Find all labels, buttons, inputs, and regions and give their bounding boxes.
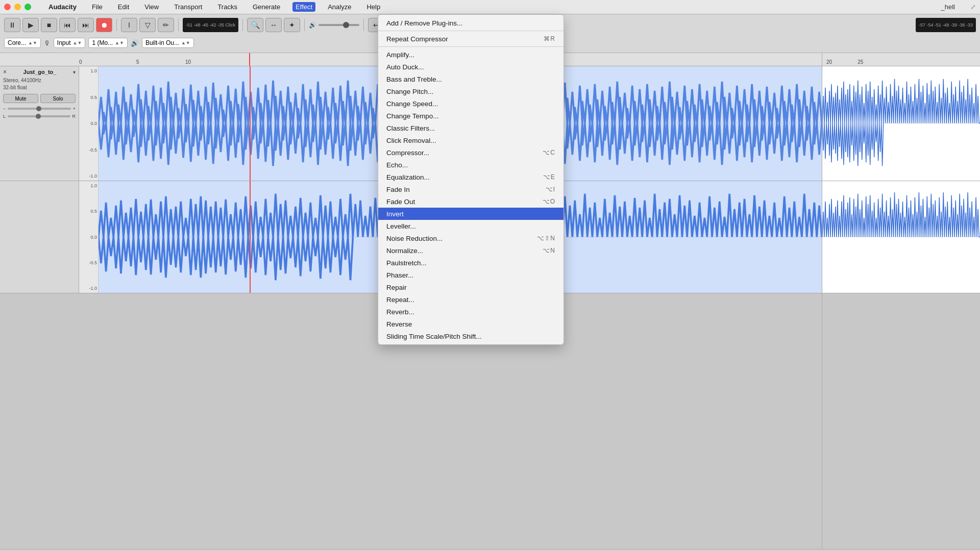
solo-button[interactable]: Solo bbox=[40, 94, 76, 103]
vu-right-label: -57 -54 -51 -48 -39 -36 -33 bbox=[919, 22, 973, 28]
track-2-header bbox=[0, 181, 79, 293]
right-empty-area bbox=[822, 293, 980, 549]
track-1-name: Just_go_to_ bbox=[23, 69, 57, 75]
track-1-info: Stereo, 44100Hz 32-bit float bbox=[3, 77, 76, 91]
effect-sep-1 bbox=[378, 31, 564, 31]
menu-effect[interactable]: Effect bbox=[292, 2, 315, 12]
effect-change-speed[interactable]: Change Speed... bbox=[378, 97, 564, 110]
effect-echo[interactable]: Echo... bbox=[378, 159, 564, 171]
volume-icon: 🔊 bbox=[309, 21, 316, 29]
effect-bass-treble[interactable]: Bass and Treble... bbox=[378, 73, 564, 85]
ruler-mark-0: 0 bbox=[79, 59, 128, 65]
input-device-label: Input bbox=[57, 39, 71, 46]
y-axis-2: 1.0 0.5 0.0 -0.5 -1.0 bbox=[79, 181, 99, 293]
menu-view[interactable]: View bbox=[141, 2, 162, 12]
envelope-tool[interactable]: ▽ bbox=[139, 18, 156, 32]
bottom-bar bbox=[0, 549, 980, 551]
effect-sep-2 bbox=[378, 46, 564, 47]
menu-analyze[interactable]: Analyze bbox=[325, 2, 354, 12]
minimize-button[interactable] bbox=[14, 4, 21, 10]
right-track-2[interactable] bbox=[822, 181, 980, 293]
window-controls bbox=[4, 4, 31, 10]
menu-file[interactable]: File bbox=[89, 2, 106, 12]
effect-paulstretch[interactable]: Paulstretch... bbox=[378, 257, 564, 269]
skip-back-button[interactable]: ⏮ bbox=[59, 18, 76, 32]
play-button[interactable]: ▶ bbox=[22, 18, 39, 32]
multi-tool[interactable]: ✦ bbox=[284, 18, 300, 32]
effect-normalize[interactable]: Normalize... ⌥N bbox=[378, 244, 564, 257]
maximize-button[interactable] bbox=[24, 4, 31, 10]
menu-transport[interactable]: Transport bbox=[171, 2, 205, 12]
pan-row: L R bbox=[3, 114, 76, 119]
pan-slider[interactable] bbox=[8, 115, 70, 117]
fullscreen-icon[interactable]: ⤢ bbox=[970, 3, 976, 11]
output-device-arrow: ▲▼ bbox=[181, 40, 190, 45]
menu-tracks[interactable]: Tracks bbox=[214, 2, 240, 12]
effect-fade-in[interactable]: Fade In ⌥I bbox=[378, 183, 564, 195]
skip-fwd-button[interactable]: ⏭ bbox=[78, 18, 94, 32]
speaker-icon: 🔊 bbox=[131, 39, 139, 47]
cursor-tool[interactable]: I bbox=[121, 18, 137, 32]
effect-repair[interactable]: Repair bbox=[378, 281, 564, 293]
channel-arrow: ▲▼ bbox=[115, 40, 124, 45]
pan-left-label: L bbox=[3, 114, 6, 119]
channel-label: 1 (Mo... bbox=[92, 39, 113, 46]
toolbar-separator-2 bbox=[178, 19, 179, 31]
effect-compressor[interactable]: Compressor... ⌥C bbox=[378, 146, 564, 159]
gain-plus-icon: + bbox=[73, 106, 76, 111]
effect-auto-duck[interactable]: Auto Duck... bbox=[378, 61, 564, 73]
gain-slider[interactable] bbox=[8, 108, 70, 110]
effect-reverb[interactable]: Reverb... bbox=[378, 306, 564, 318]
audio-host-arrow: ▲▼ bbox=[28, 40, 37, 45]
mute-solo-row: Mute Solo bbox=[3, 94, 76, 103]
effect-sliding-time[interactable]: Sliding Time Scale/Pitch Shift... bbox=[378, 330, 564, 342]
output-device-label: Built-in Ou... bbox=[145, 39, 179, 46]
ruler-mark-5: 5 bbox=[128, 59, 177, 65]
effect-equalization[interactable]: Equalization... ⌥E bbox=[378, 171, 564, 183]
effect-dropdown-menu: Add / Remove Plug-ins... Repeat Compress… bbox=[378, 14, 564, 345]
effect-invert[interactable]: Invert bbox=[378, 208, 564, 220]
effect-repeat-compressor[interactable]: Repeat Compressor ⌘R bbox=[378, 33, 564, 45]
menu-audacity[interactable]: Audacity bbox=[45, 2, 80, 12]
right-track-area: 20 25 bbox=[822, 53, 980, 549]
channel-select[interactable]: 1 (Mo... ▲▼ bbox=[88, 38, 128, 48]
track-1-close[interactable]: × bbox=[3, 68, 7, 76]
effect-change-tempo[interactable]: Change Tempo... bbox=[378, 110, 564, 122]
effect-reverse[interactable]: Reverse bbox=[378, 318, 564, 330]
stop-button[interactable]: ■ bbox=[41, 18, 57, 32]
effect-fade-out[interactable]: Fade Out ⌥O bbox=[378, 195, 564, 208]
gain-minus-icon: − bbox=[3, 106, 6, 111]
input-device-select[interactable]: Input ▲▼ bbox=[54, 38, 86, 48]
effect-change-pitch[interactable]: Change Pitch... bbox=[378, 85, 564, 97]
y-axis-1: 1.0 0.5 0.0 -0.5 -1.0 bbox=[79, 66, 99, 181]
effect-leveller[interactable]: Leveller... bbox=[378, 220, 564, 232]
effect-add-remove-plugins[interactable]: Add / Remove Plug-ins... bbox=[378, 17, 564, 29]
effect-noise-reduction[interactable]: Noise Reduction... ⌥⇧N bbox=[378, 232, 564, 244]
microphone-icon[interactable]: 🎙 bbox=[44, 39, 51, 47]
output-device-select[interactable]: Built-in Ou... ▲▼ bbox=[142, 38, 194, 48]
effect-classic-filters[interactable]: Classic Filters... bbox=[378, 122, 564, 134]
effect-repeat[interactable]: Repeat... bbox=[378, 293, 564, 306]
right-track-1[interactable] bbox=[822, 66, 980, 181]
audio-host-select[interactable]: Core... ▲▼ bbox=[4, 38, 41, 48]
resize-tool[interactable]: ↔ bbox=[265, 18, 282, 32]
close-button[interactable] bbox=[4, 4, 11, 10]
volume-slider[interactable] bbox=[318, 24, 359, 26]
effect-amplify[interactable]: Amplify... bbox=[378, 48, 564, 61]
toolbar-separator-5 bbox=[363, 19, 364, 31]
menubar: Audacity File Edit View Transport Tracks… bbox=[0, 0, 980, 14]
pause-button[interactable]: ⏸ bbox=[4, 18, 20, 32]
pencil-tool[interactable]: ✏ bbox=[158, 18, 174, 32]
menu-help[interactable]: Help bbox=[363, 2, 383, 12]
effect-click-removal[interactable]: Click Removal... bbox=[378, 134, 564, 146]
mute-button[interactable]: Mute bbox=[3, 94, 38, 103]
menu-edit[interactable]: Edit bbox=[115, 2, 132, 12]
track-1-dropdown[interactable]: ▾ bbox=[73, 69, 76, 75]
menu-generate[interactable]: Generate bbox=[250, 2, 283, 12]
record-button[interactable]: ⏺ bbox=[96, 18, 112, 32]
audio-host-label: Core... bbox=[8, 39, 26, 46]
pan-right-label: R bbox=[72, 114, 76, 119]
effect-phaser[interactable]: Phaser... bbox=[378, 269, 564, 281]
zoom-tool[interactable]: 🔍 bbox=[247, 18, 263, 32]
window-title: _hell bbox=[941, 3, 955, 11]
